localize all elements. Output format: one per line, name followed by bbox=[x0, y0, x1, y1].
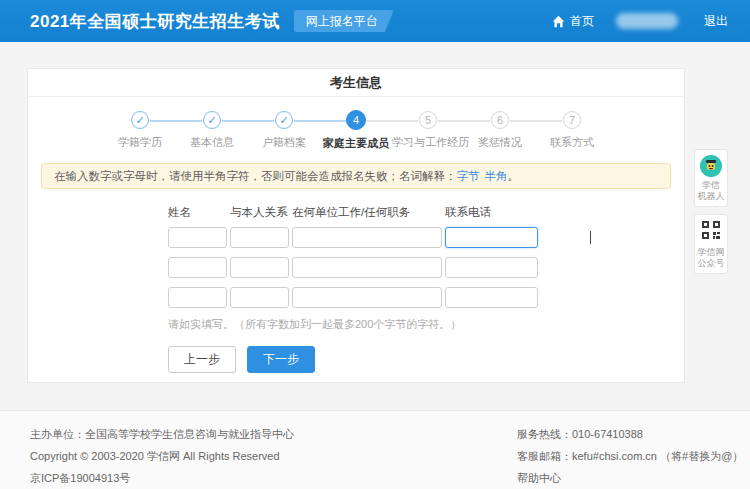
prev-step-button[interactable]: 上一步 bbox=[168, 346, 236, 373]
name-input-1[interactable] bbox=[168, 227, 227, 248]
qrcode-icon bbox=[701, 220, 721, 240]
step-family-members[interactable]: 4 家庭主要成员 bbox=[320, 111, 392, 151]
col-name: 姓名 bbox=[168, 205, 230, 220]
step-rewards[interactable]: 6 奖惩情况 bbox=[464, 111, 536, 151]
workplace-input-3[interactable] bbox=[292, 287, 442, 308]
step-label: 家庭主要成员 bbox=[320, 136, 392, 151]
chatbot-widget[interactable]: 学信 机器人 bbox=[694, 149, 728, 207]
member-row-2 bbox=[168, 257, 684, 278]
workplace-input-1[interactable] bbox=[292, 227, 442, 248]
col-phone: 联系电话 bbox=[445, 205, 540, 220]
candidate-info-panel: 考生信息 ✓ 学籍学历 ✓ 基本信息 ✓ 户籍档案 4 家庭主要成员 5 学习与… bbox=[27, 68, 685, 383]
step-connector bbox=[150, 120, 202, 122]
text-caret bbox=[590, 231, 591, 244]
home-label: 首页 bbox=[570, 13, 594, 30]
footer-hotline: 服务热线：010-67410388 bbox=[517, 423, 743, 445]
byte-link[interactable]: 字节 bbox=[457, 170, 480, 182]
form-column-headers: 姓名 与本人关系 在何单位工作/任何职务 联系电话 bbox=[168, 205, 684, 220]
step-label: 奖惩情况 bbox=[464, 135, 536, 150]
qrcode-label-line1: 学信网 bbox=[697, 247, 725, 258]
step-label: 基本信息 bbox=[176, 135, 248, 150]
check-icon: ✓ bbox=[275, 111, 293, 129]
step-connector bbox=[366, 120, 418, 122]
step-number: 7 bbox=[563, 111, 581, 129]
step-connector bbox=[510, 120, 562, 122]
step-label: 学习与工作经历 bbox=[392, 135, 464, 150]
help-center-link[interactable]: 帮助中心 bbox=[517, 467, 743, 489]
step-basic-info[interactable]: ✓ 基本信息 bbox=[176, 111, 248, 151]
step-huji-dangan[interactable]: ✓ 户籍档案 bbox=[248, 111, 320, 151]
step-label: 学籍学历 bbox=[104, 135, 176, 150]
check-icon: ✓ bbox=[131, 111, 149, 129]
step-study-work[interactable]: 5 学习与工作经历 bbox=[392, 111, 464, 151]
step-number: 5 bbox=[419, 111, 437, 129]
page-footer: 主办单位：全国高等学校学生信息咨询与就业指导中心 Copyright © 200… bbox=[0, 410, 750, 489]
username-redacted bbox=[616, 13, 678, 29]
qrcode-label-line2: 公众号 bbox=[697, 258, 725, 269]
panel-title: 考生信息 bbox=[28, 69, 684, 97]
chatbot-label-line2: 机器人 bbox=[697, 191, 725, 202]
step-connector bbox=[438, 120, 490, 122]
footer-host: 主办单位：全国高等学校学生信息咨询与就业指导中心 bbox=[30, 423, 294, 445]
relation-input-2[interactable] bbox=[230, 257, 289, 278]
col-relation: 与本人关系 bbox=[230, 205, 292, 220]
form-note: 请如实填写。（所有字数加到一起最多200个字节的字符。） bbox=[168, 317, 684, 332]
halfwidth-notice: 在输入数字或字母时，请使用半角字符，否则可能会造成报名失败；名词解释：字节半角。 bbox=[41, 163, 671, 189]
step-connector bbox=[222, 120, 274, 122]
name-input-2[interactable] bbox=[168, 257, 227, 278]
phone-input-1[interactable] bbox=[445, 227, 538, 248]
member-row-1 bbox=[168, 227, 684, 248]
relation-input-1[interactable] bbox=[230, 227, 289, 248]
footer-left: 主办单位：全国高等学校学生信息咨询与就业指导中心 Copyright © 200… bbox=[30, 423, 294, 489]
col-workplace: 在何单位工作/任何职务 bbox=[292, 205, 445, 220]
notice-suffix: 。 bbox=[508, 170, 520, 182]
header-nav: 首页 退出 bbox=[552, 13, 728, 30]
step-connector bbox=[294, 120, 346, 122]
wizard-buttons: 上一步 下一步 bbox=[168, 346, 684, 373]
app-header: 2021年全国硕士研究生招生考试 网上报名平台 首页 退出 bbox=[0, 0, 750, 42]
step-contact[interactable]: 7 联系方式 bbox=[536, 111, 608, 151]
member-row-3 bbox=[168, 287, 684, 308]
logout-link[interactable]: 退出 bbox=[704, 13, 728, 30]
footer-copyright: Copyright © 2003-2020 学信网 All Rights Res… bbox=[30, 445, 294, 467]
qrcode-widget[interactable]: 学信网 公众号 bbox=[694, 214, 728, 274]
phone-input-2[interactable] bbox=[445, 257, 538, 278]
relation-input-3[interactable] bbox=[230, 287, 289, 308]
platform-badge: 网上报名平台 bbox=[294, 10, 394, 32]
check-icon: ✓ bbox=[203, 111, 221, 129]
step-wizard: ✓ 学籍学历 ✓ 基本信息 ✓ 户籍档案 4 家庭主要成员 5 学习与工作经历 … bbox=[28, 111, 684, 151]
footer-right: 服务热线：010-67410388 客服邮箱：kefu#chsi.com.cn … bbox=[517, 423, 743, 489]
family-member-form: 姓名 与本人关系 在何单位工作/任何职务 联系电话 请如实填写。（所有字数加到一… bbox=[168, 205, 684, 332]
robot-icon bbox=[700, 155, 722, 177]
float-widget-bar: 学信 机器人 学信网 公众号 bbox=[694, 149, 728, 281]
home-link[interactable]: 首页 bbox=[552, 13, 594, 30]
notice-text: 在输入数字或字母时，请使用半角字符，否则可能会造成报名失败；名词解释： bbox=[54, 170, 457, 182]
step-number: 4 bbox=[346, 110, 366, 130]
step-number: 6 bbox=[491, 111, 509, 129]
footer-email: 客服邮箱：kefu#chsi.com.cn （将#替换为@） bbox=[517, 445, 743, 467]
next-step-button[interactable]: 下一步 bbox=[247, 346, 315, 373]
step-label: 联系方式 bbox=[536, 135, 608, 150]
home-icon bbox=[552, 15, 565, 28]
phone-input-3[interactable] bbox=[445, 287, 538, 308]
chatbot-label-line1: 学信 bbox=[697, 180, 725, 191]
footer-icp: 京ICP备19004913号 bbox=[30, 467, 294, 489]
halfwidth-link[interactable]: 半角 bbox=[485, 170, 508, 182]
app-title: 2021年全国硕士研究生招生考试 bbox=[30, 10, 280, 33]
step-label: 户籍档案 bbox=[248, 135, 320, 150]
workplace-input-2[interactable] bbox=[292, 257, 442, 278]
name-input-3[interactable] bbox=[168, 287, 227, 308]
step-xueji-xueli[interactable]: ✓ 学籍学历 bbox=[104, 111, 176, 151]
